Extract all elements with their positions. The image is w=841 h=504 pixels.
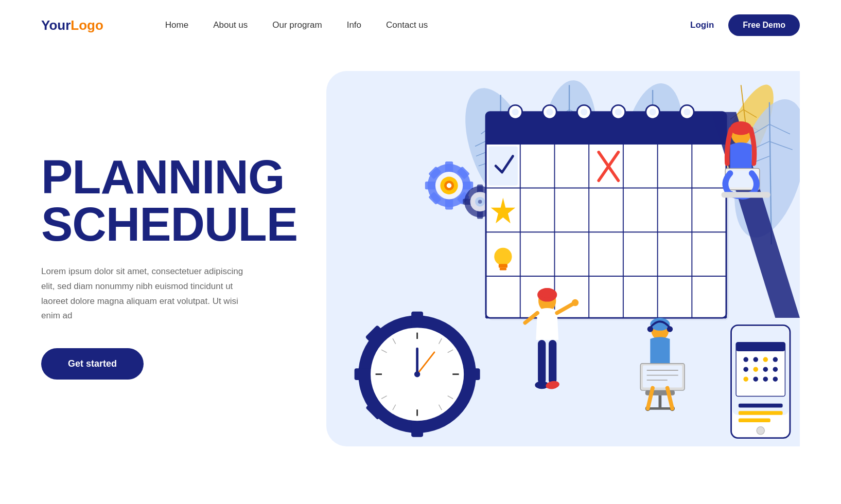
free-demo-button[interactable]: Free Demo (728, 14, 800, 36)
svg-point-150 (545, 380, 560, 390)
svg-point-133 (743, 376, 748, 382)
svg-point-93 (581, 109, 587, 115)
logo: YourLogo (41, 17, 103, 33)
svg-point-153 (647, 326, 653, 332)
nav-item-about[interactable]: About us (213, 20, 248, 30)
hero-left: PLANNING SCHEDULE Lorem ipsum dolor sit … (41, 153, 299, 380)
svg-point-91 (546, 109, 553, 115)
svg-point-99 (684, 109, 690, 115)
svg-rect-64 (445, 161, 453, 172)
illustration-svg (319, 61, 800, 472)
hero-title: PLANNING SCHEDULE (41, 153, 299, 248)
svg-rect-67 (462, 182, 473, 189)
svg-point-131 (763, 367, 768, 372)
navbar: YourLogo Home About us Our program Info … (0, 0, 841, 50)
svg-point-134 (753, 376, 758, 382)
nav-item-info[interactable]: Info (347, 20, 361, 30)
svg-point-154 (667, 326, 673, 332)
hero-section: PLANNING SCHEDULE Lorem ipsum dolor sit … (0, 50, 841, 472)
svg-point-168 (730, 121, 752, 135)
nav-links: Home About us Our program Info Contact u… (165, 20, 428, 30)
svg-point-75 (447, 183, 452, 188)
nav-link-contact[interactable]: Contact us (386, 20, 428, 30)
svg-rect-156 (643, 366, 682, 388)
svg-rect-40 (411, 420, 423, 437)
svg-rect-118 (499, 264, 507, 268)
nav-link-home[interactable]: Home (165, 20, 188, 30)
svg-point-95 (615, 109, 622, 115)
svg-rect-87 (486, 134, 726, 144)
svg-point-125 (743, 357, 748, 362)
nav-link-info[interactable]: Info (347, 20, 361, 30)
svg-rect-171 (722, 192, 770, 197)
svg-point-129 (743, 367, 748, 372)
svg-point-127 (763, 357, 768, 362)
logo-logo: Logo (71, 17, 103, 33)
svg-rect-42 (463, 368, 480, 380)
svg-rect-41 (355, 368, 372, 380)
login-button[interactable]: Login (690, 20, 714, 30)
svg-point-117 (494, 248, 512, 265)
svg-point-132 (773, 367, 778, 372)
hero-title-line1: PLANNING (41, 151, 284, 203)
svg-rect-66 (425, 182, 436, 189)
nav-link-program[interactable]: Our program (272, 20, 322, 30)
svg-rect-124 (736, 343, 785, 351)
svg-point-146 (572, 299, 579, 306)
svg-rect-39 (411, 312, 423, 329)
svg-point-135 (763, 376, 768, 382)
svg-point-140 (757, 427, 764, 435)
get-started-button[interactable]: Get started (41, 348, 144, 380)
svg-point-136 (773, 376, 778, 382)
logo-your: Your (41, 17, 71, 33)
svg-point-89 (512, 109, 519, 115)
nav-item-home[interactable]: Home (165, 20, 188, 30)
nav-item-contact[interactable]: Contact us (386, 20, 428, 30)
svg-rect-138 (739, 411, 783, 415)
svg-point-126 (753, 357, 758, 362)
hero-description: Lorem ipsum dolor sit amet, consectetuer… (41, 264, 257, 324)
svg-rect-148 (549, 340, 556, 384)
svg-point-62 (414, 371, 420, 377)
svg-point-128 (773, 357, 778, 362)
nav-item-program[interactable]: Our program (272, 20, 322, 30)
svg-rect-137 (739, 404, 783, 408)
svg-point-97 (649, 109, 656, 115)
svg-rect-113 (488, 147, 518, 186)
svg-rect-65 (445, 199, 453, 209)
nav-link-about[interactable]: About us (213, 20, 248, 30)
nav-right: Login Free Demo (690, 14, 800, 36)
hero-title-line2: SCHEDULE (41, 198, 297, 250)
svg-point-143 (539, 288, 555, 298)
svg-point-83 (478, 200, 482, 204)
svg-rect-139 (739, 418, 770, 422)
svg-point-130 (753, 367, 758, 372)
svg-rect-119 (500, 268, 506, 271)
svg-rect-147 (538, 340, 546, 384)
hero-illustration (319, 61, 800, 472)
